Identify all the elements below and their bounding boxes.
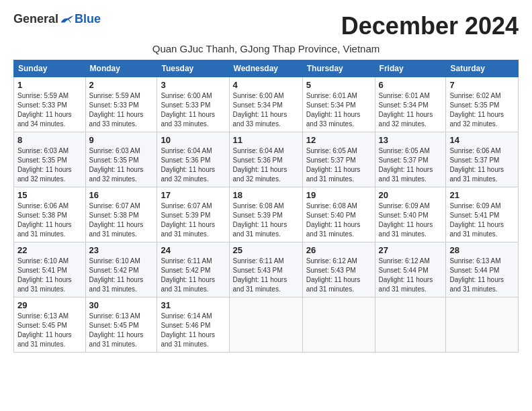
day-number: 1: [17, 80, 82, 90]
calendar-cell: 25 Sunrise: 6:11 AMSunset: 5:43 PMDaylig…: [229, 242, 302, 298]
day-info: Sunrise: 6:10 AMSunset: 5:41 PMDaylight:…: [17, 257, 72, 293]
calendar-cell: 26 Sunrise: 6:12 AMSunset: 5:43 PMDaylig…: [302, 242, 375, 298]
calendar-cell: 29 Sunrise: 6:13 AMSunset: 5:45 PMDaylig…: [14, 298, 86, 353]
day-number: 6: [379, 80, 443, 90]
day-number: 23: [89, 245, 154, 255]
calendar-cell: 1 Sunrise: 5:59 AMSunset: 5:33 PMDayligh…: [14, 77, 86, 132]
day-info: Sunrise: 6:03 AMSunset: 5:35 PMDaylight:…: [17, 147, 72, 183]
calendar-cell: 20 Sunrise: 6:09 AMSunset: 5:40 PMDaylig…: [375, 187, 446, 242]
day-number: 25: [233, 245, 299, 255]
day-number: 30: [89, 300, 154, 310]
day-number: 26: [306, 245, 371, 255]
day-number: 20: [379, 190, 443, 200]
day-number: 7: [449, 80, 515, 90]
day-info: Sunrise: 6:14 AMSunset: 5:46 PMDaylight:…: [161, 312, 215, 348]
page: General Blue December 2024 Quan GJuc Tha…: [0, 0, 532, 359]
subtitle: Quan GJuc Thanh, GJong Thap Province, Vi…: [13, 43, 519, 54]
day-info: Sunrise: 6:11 AMSunset: 5:43 PMDaylight:…: [233, 257, 287, 293]
day-info: Sunrise: 6:00 AMSunset: 5:34 PMDaylight:…: [233, 92, 287, 128]
day-number: 24: [161, 245, 225, 255]
day-number: 10: [161, 135, 225, 145]
day-number: 8: [17, 135, 82, 145]
day-info: Sunrise: 6:13 AMSunset: 5:45 PMDaylight:…: [89, 312, 144, 348]
calendar-cell: 21 Sunrise: 6:09 AMSunset: 5:41 PMDaylig…: [446, 187, 519, 242]
calendar-cell: 8 Sunrise: 6:03 AMSunset: 5:35 PMDayligh…: [14, 132, 86, 187]
col-wednesday: Wednesday: [229, 60, 302, 77]
day-info: Sunrise: 6:09 AMSunset: 5:40 PMDaylight:…: [379, 202, 433, 238]
calendar-cell: 10 Sunrise: 6:04 AMSunset: 5:36 PMDaylig…: [157, 132, 229, 187]
col-saturday: Saturday: [446, 60, 519, 77]
calendar-cell: [229, 298, 302, 353]
day-info: Sunrise: 6:13 AMSunset: 5:44 PMDaylight:…: [449, 257, 504, 293]
day-info: Sunrise: 6:03 AMSunset: 5:35 PMDaylight:…: [89, 147, 144, 183]
day-info: Sunrise: 6:07 AMSunset: 5:38 PMDaylight:…: [89, 202, 144, 238]
day-info: Sunrise: 6:11 AMSunset: 5:42 PMDaylight:…: [161, 257, 215, 293]
day-info: Sunrise: 6:05 AMSunset: 5:37 PMDaylight:…: [379, 147, 433, 183]
day-info: Sunrise: 6:12 AMSunset: 5:44 PMDaylight:…: [379, 257, 433, 293]
day-info: Sunrise: 6:10 AMSunset: 5:42 PMDaylight:…: [89, 257, 144, 293]
calendar-cell: 13 Sunrise: 6:05 AMSunset: 5:37 PMDaylig…: [375, 132, 446, 187]
calendar-cell: 19 Sunrise: 6:08 AMSunset: 5:40 PMDaylig…: [302, 187, 375, 242]
day-number: 5: [306, 80, 371, 90]
calendar-cell: 3 Sunrise: 6:00 AMSunset: 5:33 PMDayligh…: [157, 77, 229, 132]
calendar-cell: 7 Sunrise: 6:02 AMSunset: 5:35 PMDayligh…: [446, 77, 519, 132]
col-tuesday: Tuesday: [157, 60, 229, 77]
day-number: 2: [89, 80, 154, 90]
logo-bird-icon: [60, 13, 75, 26]
calendar-cell: 5 Sunrise: 6:01 AMSunset: 5:34 PMDayligh…: [302, 77, 375, 132]
day-info: Sunrise: 6:01 AMSunset: 5:34 PMDaylight:…: [306, 92, 361, 128]
day-number: 11: [233, 135, 299, 145]
calendar-cell: 28 Sunrise: 6:13 AMSunset: 5:44 PMDaylig…: [446, 242, 519, 298]
day-number: 9: [89, 135, 154, 145]
day-number: 12: [306, 135, 371, 145]
calendar-cell: 14 Sunrise: 6:06 AMSunset: 5:37 PMDaylig…: [446, 132, 519, 187]
col-friday: Friday: [375, 60, 446, 77]
day-info: Sunrise: 6:09 AMSunset: 5:41 PMDaylight:…: [449, 202, 504, 238]
day-info: Sunrise: 6:04 AMSunset: 5:36 PMDaylight:…: [233, 147, 287, 183]
calendar-cell: 30 Sunrise: 6:13 AMSunset: 5:45 PMDaylig…: [85, 298, 157, 353]
calendar-cell: 17 Sunrise: 6:07 AMSunset: 5:39 PMDaylig…: [157, 187, 229, 242]
day-number: 4: [233, 80, 299, 90]
day-number: 29: [17, 300, 82, 310]
day-number: 13: [379, 135, 443, 145]
calendar-cell: 9 Sunrise: 6:03 AMSunset: 5:35 PMDayligh…: [85, 132, 157, 187]
calendar-cell: [446, 298, 519, 353]
calendar-cell: 24 Sunrise: 6:11 AMSunset: 5:42 PMDaylig…: [157, 242, 229, 298]
day-number: 16: [89, 190, 154, 200]
day-number: 14: [449, 135, 515, 145]
day-info: Sunrise: 6:07 AMSunset: 5:39 PMDaylight:…: [161, 202, 215, 238]
calendar-cell: 18 Sunrise: 6:08 AMSunset: 5:39 PMDaylig…: [229, 187, 302, 242]
day-number: 18: [233, 190, 299, 200]
day-info: Sunrise: 6:08 AMSunset: 5:40 PMDaylight:…: [306, 202, 361, 238]
day-info: Sunrise: 6:05 AMSunset: 5:37 PMDaylight:…: [306, 147, 361, 183]
day-info: Sunrise: 6:08 AMSunset: 5:39 PMDaylight:…: [233, 202, 287, 238]
logo: General Blue: [13, 12, 101, 26]
col-sunday: Sunday: [14, 60, 86, 77]
day-info: Sunrise: 5:59 AMSunset: 5:33 PMDaylight:…: [89, 92, 144, 128]
calendar-cell: 2 Sunrise: 5:59 AMSunset: 5:33 PMDayligh…: [85, 77, 157, 132]
calendar-cell: 31 Sunrise: 6:14 AMSunset: 5:46 PMDaylig…: [157, 298, 229, 353]
calendar-cell: 11 Sunrise: 6:04 AMSunset: 5:36 PMDaylig…: [229, 132, 302, 187]
header: General Blue December 2024: [13, 12, 519, 40]
day-number: 15: [17, 190, 82, 200]
calendar-cell: 15 Sunrise: 6:06 AMSunset: 5:38 PMDaylig…: [14, 187, 86, 242]
calendar-cell: 4 Sunrise: 6:00 AMSunset: 5:34 PMDayligh…: [229, 77, 302, 132]
header-row: Sunday Monday Tuesday Wednesday Thursday…: [14, 60, 519, 77]
day-info: Sunrise: 6:13 AMSunset: 5:45 PMDaylight:…: [17, 312, 72, 348]
day-number: 3: [161, 80, 225, 90]
calendar-cell: 16 Sunrise: 6:07 AMSunset: 5:38 PMDaylig…: [85, 187, 157, 242]
day-info: Sunrise: 6:12 AMSunset: 5:43 PMDaylight:…: [306, 257, 361, 293]
calendar-table: Sunday Monday Tuesday Wednesday Thursday…: [13, 60, 519, 353]
calendar-cell: 23 Sunrise: 6:10 AMSunset: 5:42 PMDaylig…: [85, 242, 157, 298]
day-number: 19: [306, 190, 371, 200]
day-info: Sunrise: 6:01 AMSunset: 5:34 PMDaylight:…: [379, 92, 433, 128]
day-number: 27: [379, 245, 443, 255]
day-number: 31: [161, 300, 225, 310]
day-number: 28: [449, 245, 515, 255]
calendar-cell: [302, 298, 375, 353]
day-number: 22: [17, 245, 82, 255]
day-info: Sunrise: 6:02 AMSunset: 5:35 PMDaylight:…: [449, 92, 504, 128]
day-info: Sunrise: 6:04 AMSunset: 5:36 PMDaylight:…: [161, 147, 215, 183]
col-monday: Monday: [85, 60, 157, 77]
day-info: Sunrise: 6:06 AMSunset: 5:37 PMDaylight:…: [449, 147, 504, 183]
